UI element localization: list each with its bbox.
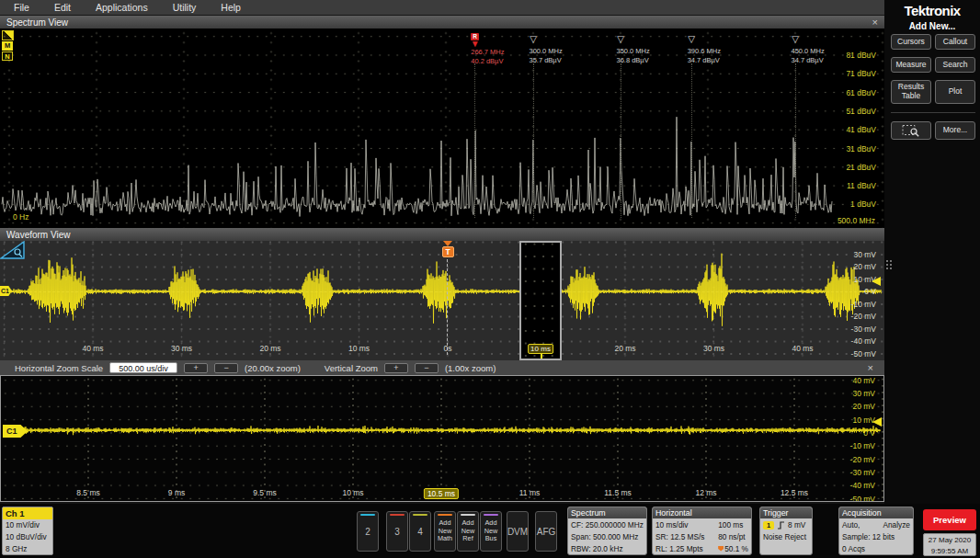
right-sidebar: Tektronix Add New... Cursors Callout Mea… <box>884 0 980 504</box>
ch1-spectrum-scale: 10 dBuV/div <box>3 531 52 543</box>
zoom-x-axis-label: 9.5 ms <box>253 488 277 497</box>
spectrum-view-title-bar[interactable]: Spectrum View × <box>0 16 884 28</box>
dvm-button[interactable]: DVM <box>507 511 529 552</box>
add-new-bus-button[interactable]: AddNewBus <box>480 511 502 552</box>
marker-amplitude-label: 34.7 dBµV <box>792 56 854 65</box>
spectrum-normal-trace-badge[interactable]: N <box>2 51 13 61</box>
horizontal-sample-rate: SR: 12.5 MS/s <box>655 531 714 543</box>
channel-2-button[interactable]: 2 <box>357 511 379 552</box>
spectrum-badge[interactable]: Spectrum CF: 250.000000 MHz Span: 500.00… <box>567 507 647 555</box>
zoom-x-axis-label: 8.5 ms <box>76 488 100 497</box>
plot-button[interactable]: Plot <box>935 80 975 104</box>
h-zoom-minus-button[interactable]: − <box>214 363 238 373</box>
v-zoom-minus-button[interactable]: − <box>415 363 439 373</box>
spectrum-close-icon[interactable]: × <box>872 17 878 27</box>
draw-a-box-zoom-icon <box>902 124 920 137</box>
draw-a-box-zoom-button[interactable] <box>891 121 931 140</box>
zoom-close-icon[interactable]: × <box>868 362 873 373</box>
trigger-badge-title: Trigger <box>760 507 812 518</box>
channel-4-button[interactable]: 4 <box>409 511 431 552</box>
waveform-y-axis-label: 30 mV <box>853 250 876 259</box>
acquisition-count: 0 Acqs <box>842 543 910 555</box>
zoom-scale-toolbar: Horizontal Zoom Scale 500.00 us/div + − … <box>0 360 884 375</box>
cursors-button[interactable]: Cursors <box>891 34 931 50</box>
acquisition-badge[interactable]: Acquisition Auto, Analyze Sample: 12 bit… <box>838 507 914 555</box>
spectrum-reference-marker[interactable]: R▼266.7 MHz40.2 dBµV <box>469 33 533 65</box>
sidebar-button-grid: Cursors Callout Measure Search Results T… <box>891 34 975 140</box>
zoom-x-axis-label: 10.5 ms <box>424 488 459 499</box>
waveform-y-axis-label: 0 V <box>864 287 876 296</box>
trigger-source-badge: 1 <box>763 521 774 530</box>
h-zoom-factor-label: (20.00x zoom) <box>245 363 301 373</box>
trigger-position-marker[interactable]: T <box>441 241 454 257</box>
waveform-graticule[interactable]: T 10 ms C1 30 mV20 mV10 mV0 V-10 mV-20 m… <box>0 241 884 360</box>
waveform-view-title-bar[interactable]: Waveform View <box>0 228 884 241</box>
panel-splitter-handle[interactable] <box>886 260 893 269</box>
v-zoom-plus-button[interactable]: + <box>384 363 408 373</box>
trigger-t-icon: T <box>442 246 454 257</box>
zoom-view-panel: 40 mV30 mV20 mV10 mV0 V-10 mV-20 mV-30 m… <box>0 375 884 502</box>
measure-button[interactable]: Measure <box>891 57 931 73</box>
menu-item-edit[interactable]: Edit <box>54 2 71 13</box>
spectrum-peak-marker[interactable]: ▽390.6 MHz34.7 dBµV <box>686 33 750 64</box>
spectrum-peak-marker[interactable]: ▽350.0 MHz36.8 dBµV <box>615 33 679 64</box>
spectrum-y-axis-label: 31 dBuV <box>846 144 876 154</box>
spectrum-graticule[interactable]: M N R▼266.7 MHz40.2 dBµV▽300.0 MHz35.7 d… <box>0 28 884 228</box>
trigger-level-arrow-icon[interactable] <box>872 277 881 286</box>
spectrum-peak-marker[interactable]: ▽450.0 MHz34.7 dBµV <box>790 33 854 64</box>
time-label: 9:59:55 AM <box>924 546 975 557</box>
horizontal-zoom-scale-input[interactable]: 500.00 us/div <box>109 362 177 373</box>
zoom-graticule[interactable]: 40 mV30 mV20 mV10 mV0 V-10 mV-20 mV-30 m… <box>1 376 883 501</box>
add-new-math-color-stripe <box>438 514 452 516</box>
menu-item-utility[interactable]: Utility <box>173 2 197 13</box>
spectrum-badge-title: Spectrum <box>568 507 646 518</box>
menu-item-help[interactable]: Help <box>221 2 241 13</box>
results-table-button[interactable]: Results Table <box>891 80 931 104</box>
spectrum-trace-handle-icon[interactable] <box>2 30 14 40</box>
acquisition-badge-title: Acquisition <box>839 507 913 518</box>
more-button[interactable]: More... <box>935 121 975 140</box>
horizontal-resolution: 80 ns/pt <box>718 531 748 543</box>
marker-triangle-icon: ▽ <box>528 33 540 47</box>
spectrum-max-trace-badge[interactable]: M <box>2 41 13 51</box>
ch1-badge[interactable]: Ch 1 10 mV/div 10 dBuV/div 8 GHz <box>2 507 53 555</box>
marker-amplitude-label: 36.8 dBµV <box>617 56 679 65</box>
horizontal-scale: 10 ms/div <box>655 519 714 531</box>
callout-button[interactable]: Callout <box>935 34 975 50</box>
add-new-ref-button[interactable]: AddNewRef <box>457 511 479 552</box>
search-button[interactable]: Search <box>935 57 975 73</box>
channel-2-color-stripe <box>360 514 375 516</box>
add-new-math-button[interactable]: AddNewMath <box>434 511 456 552</box>
spectrum-y-axis-label: 71 dBuV <box>846 69 876 78</box>
marker-guide-line <box>795 63 796 218</box>
h-zoom-plus-button[interactable]: + <box>184 363 208 373</box>
trigger-badge[interactable]: Trigger 1 8 mV Noise Reject <box>759 507 813 555</box>
afg-button[interactable]: AFG <box>535 511 557 552</box>
add-new-bus-color-stripe <box>484 514 498 516</box>
rising-edge-icon <box>777 520 785 530</box>
marker-frequency-label: 300.0 MHz <box>530 47 592 56</box>
trigger-level: 8 mV <box>788 519 805 531</box>
trigger-mode: Noise Reject <box>763 531 809 543</box>
spectrum-y-axis-label: 21 dBuV <box>846 163 876 172</box>
channel-3-button[interactable]: 3 <box>386 511 408 552</box>
waveform-y-axis-label: 20 mV <box>853 262 876 271</box>
menu-item-file[interactable]: File <box>14 2 29 13</box>
spectrum-peak-marker[interactable]: ▽300.0 MHz35.7 dBµV <box>528 33 592 64</box>
trigger-level-arrow-icon[interactable] <box>872 417 882 427</box>
spectrum-y-axis-label: 1 dBuV <box>850 199 876 209</box>
ch1-scale: 10 mV/div <box>3 519 52 531</box>
horizontal-badge[interactable]: Horizontal 10 ms/div 100 ms SR: 12.5 MS/… <box>652 507 752 555</box>
afg-label: AFG <box>537 527 556 537</box>
marker-guide-line <box>691 63 692 218</box>
spectrum-rbw: RBW: 20.0 kHz <box>571 543 644 555</box>
acquisition-analyze: Analyze <box>883 519 910 531</box>
zoom-overview-handle-icon[interactable] <box>0 241 25 259</box>
preview-button[interactable]: Preview <box>923 509 976 530</box>
zoom-selection-box[interactable]: 10 ms <box>519 241 562 360</box>
menu-item-applications[interactable]: Applications <box>96 2 148 13</box>
marker-triangle-icon: ▽ <box>615 33 627 47</box>
menu-bar: FileEditApplicationsUtilityHelp <box>0 0 884 16</box>
tektronix-logo: Tektronix <box>884 3 980 18</box>
zoom-x-axis-label: 12.5 ms <box>781 488 808 497</box>
